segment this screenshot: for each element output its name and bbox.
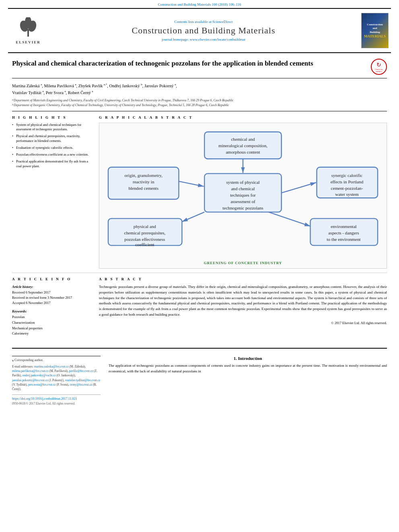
diagram-svg: system of physical and chemical techniqu… [105,129,381,257]
highlight-item-3: Evaluation of synergistic calorific effe… [12,146,93,150]
highlight-item-2: Physical and chemical prerequisites, rea… [12,134,93,144]
graphical-abstract-diagram: system of physical and chemical techniqu… [103,126,383,259]
homepage-url[interactable]: www.elsevier.com/locate/conbuildmat [190,37,245,41]
check-updates-icon: ↻ [376,62,381,68]
svg-text:techniques for: techniques for [230,193,256,197]
keyword-1: Pozzolan [12,314,93,320]
keyword-2: Characterization [12,320,93,326]
email-6-name: (V. Tydlitát), [12,383,28,386]
doi-link[interactable]: https://doi.org/10.1016/j.conbuildmat.20… [12,396,101,401]
svg-text:effects in Portland: effects in Portland [331,179,364,184]
email-1[interactable]: martina.zaleska@fsv.cvut.cz [34,365,69,368]
svg-text:physical and: physical and [134,224,156,229]
keyword-4: Calorimetry [12,331,93,337]
journal-title: Construction and Building Materials [132,25,275,36]
journal-reference-bar: Construction and Building Materials 160 … [0,0,399,8]
sciencedirect-link-text[interactable]: ScienceDirect [212,20,232,24]
highlights-heading: H I G H L I G H T S [12,115,93,119]
cover-title: Construction and Building [367,23,383,34]
journal-cover-area: Construction and Building MATERIALS [359,11,391,50]
email-5-name: (J. Pokorný), [49,378,65,382]
abstract-text: Technogenic pozzolans present a diverse … [99,284,387,318]
article-info-heading: A R T I C L E I N F O [12,277,93,281]
revised-date: Received in revised form 3 November 2017 [12,295,93,300]
svg-rect-0 [27,29,29,37]
email-label: E-mail addresses: [12,365,33,368]
svg-text:origin, granulometry,: origin, granulometry, [125,173,163,177]
intro-heading: 1. Introduction [109,356,387,361]
intro-text: The application of technogenic pozzolans… [109,363,387,374]
elsevier-tree-icon [16,17,40,39]
svg-text:chemical and: chemical and [231,137,255,142]
svg-text:to the environment: to the environment [327,237,361,242]
check-updates-badge: ↻ Check for updates [371,59,387,75]
bottom-section: ⁎ Corresponding author. E-mail addresses… [0,352,399,410]
graphical-abstract-col: G R A P H I C A L A B S T R A C T system… [99,115,387,269]
email-addresses: E-mail addresses: martina.zaleska@fsv.cv… [12,364,101,392]
journal-cover-image: Construction and Building MATERIALS [361,13,389,48]
article-title-area: Physical and chemical characterization o… [12,59,387,78]
email-6[interactable]: vratislav.tydlitat@fsv.cvut.cz [65,378,100,382]
svg-text:aspects - dangers: aspects - dangers [328,230,359,235]
email-2[interactable]: milena.pavlikova@fsv.cvut.cz [12,369,49,373]
email-1-name: (M. Záleská), [70,365,86,368]
journal-ref-text: Construction and Building Materials 160 … [158,2,241,6]
journal-header-center: Contents lists available at ScienceDirec… [48,11,359,50]
svg-text:blended cements: blended cements [128,185,158,190]
svg-line-25 [269,212,311,226]
affiliations: aDepartment of Materials Engineering and… [12,98,387,111]
introduction-col: 1. Introduction The application of techn… [109,356,387,406]
graphical-abstract-heading: G R A P H I C A L A B S T R A C T [99,115,387,119]
svg-line-20 [282,183,316,193]
svg-text:assessment of: assessment of [230,199,255,204]
article-title: Physical and chemical characterization o… [12,59,367,68]
keyword-3: Mechanical properties [12,326,93,331]
svg-text:technogenic pozzolans: technogenic pozzolans [222,205,263,210]
article-info-col: A R T I C L E I N F O Article history: R… [12,277,93,337]
footnotes-col: ⁎ Corresponding author. E-mail addresses… [12,356,101,406]
svg-text:chemical prerequisites,: chemical prerequisites, [124,230,165,235]
abstract-heading: A B S T R A C T [99,277,387,281]
copyright-line: © 2017 Elsevier Ltd. All rights reserved… [99,321,387,325]
email-3[interactable]: pavlilz@fsv.cvut.cz [69,369,93,373]
affiliation-b: bDepartment of Inorganic Chemistry, Facu… [12,103,387,108]
cover-materials: MATERIALS [364,34,386,38]
svg-line-31 [182,212,204,222]
email-5[interactable]: jaroslav.pokorny@fsv.cvut.cz [12,378,48,382]
journal-homepage-line: journal homepage: www.elsevier.com/locat… [162,37,245,41]
svg-text:mineralogical composition,: mineralogical composition, [218,143,267,148]
history-label: Article history: [12,284,93,290]
svg-text:cement-pozzolan-: cement-pozzolan- [331,185,363,190]
article-info-abstract-section: A R T I C L E I N F O Article history: R… [12,277,387,337]
received-date: Received 6 September 2017 [12,290,93,295]
elsevier-logo: ELSEVIER [16,17,41,44]
email-7[interactable]: petr.svora@fsv.cvut.cz [28,383,56,386]
svg-text:and chemical: and chemical [231,186,255,191]
doi-section: https://doi.org/10.1016/j.conbuildmat.20… [12,394,101,406]
elsevier-text: ELSEVIER [16,40,41,44]
svg-line-36 [179,181,204,186]
sciencedirect-line: Contents lists available at ScienceDirec… [175,20,233,24]
page: Construction and Building Materials 160 … [0,0,399,532]
section-divider [12,348,387,349]
email-2-name: (M. Pavlíková), [49,369,69,373]
email-4-name: (O. Jankovský), [56,374,76,377]
highlights-col: H I G H L I G H T S System of physical a… [12,115,93,269]
highlight-item-1: System of physical and chemical techniqu… [12,123,93,132]
greening-text: GREENING OF CONCRETE INDUSTRY [103,261,383,265]
elsevier-logo-area: ELSEVIER [8,11,48,50]
svg-text:synergic calorific: synergic calorific [331,173,363,177]
article-info-content: Article history: Received 6 September 20… [12,284,93,337]
highlight-item-5: Practical application demonstrated for f… [12,159,93,169]
graphical-abstract-box: system of physical and chemical techniqu… [99,123,387,269]
svg-text:pozzolan effectiveness: pozzolan effectiveness [124,237,165,242]
email-4[interactable]: ondrej.jankovsky@vscht.cz [22,374,56,377]
email-8[interactable]: cerny@fsv.cvut.cz [70,383,93,386]
highlights-list: System of physical and chemical techniqu… [12,123,93,169]
svg-text:environmental: environmental [331,224,356,229]
accepted-date: Accepted 6 November 2017 [12,300,93,306]
svg-text:system of physical: system of physical [226,180,259,185]
affiliation-a: aDepartment of Materials Engineering and… [12,98,387,103]
abstract-col: A B S T R A C T Technogenic pozzolans pr… [99,277,387,337]
svg-text:coefficient: coefficient [135,242,154,247]
